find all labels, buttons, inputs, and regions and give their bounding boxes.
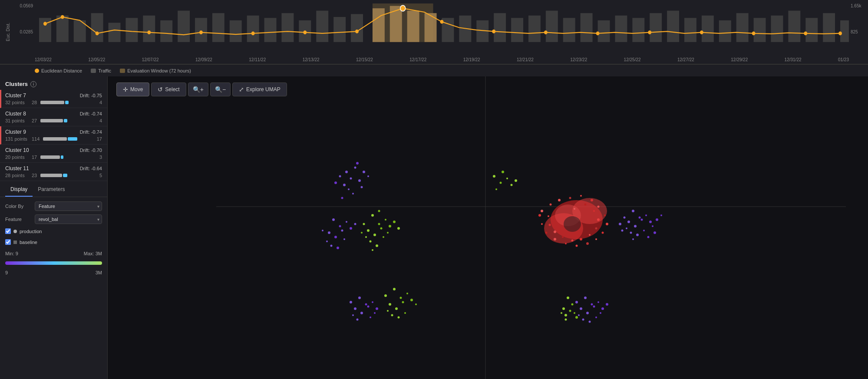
svg-point-61 [648,30,651,34]
select-button[interactable]: ↺ Select [151,82,186,96]
svg-point-132 [352,314,354,316]
cluster-item[interactable]: Cluster 7 Drift: -0.75 32 points 28 4 [0,90,107,108]
color-by-select-wrapper[interactable]: Feature Cluster Drift ▾ [35,201,102,211]
svg-point-134 [356,319,359,321]
svg-point-109 [372,249,373,251]
svg-point-190 [636,234,639,236]
svg-rect-40 [719,20,731,42]
svg-rect-24 [442,18,454,42]
svg-point-96 [378,223,380,225]
svg-point-70 [343,184,346,186]
svg-point-218 [564,314,567,316]
svg-point-94 [354,223,356,225]
range-values: 9 3M [5,270,102,275]
legend-traffic: Traffic [91,68,111,73]
svg-point-195 [647,236,650,238]
info-icon[interactable]: i [30,81,36,87]
purple-cluster-topleft [334,162,369,199]
svg-point-219 [569,310,571,312]
svg-point-221 [575,316,578,319]
svg-rect-41 [736,13,749,42]
scatter-plot [108,76,868,379]
svg-rect-10 [195,18,207,42]
production-bar [65,101,69,104]
yellow-dots-topright [493,171,517,190]
svg-rect-32 [581,13,593,42]
svg-point-123 [384,294,387,297]
svg-point-110 [378,210,380,212]
svg-point-50 [96,31,99,35]
svg-point-68 [345,171,348,173]
zoom-in-button[interactable]: 🔍+ [188,82,208,96]
purple-cluster-rightcenter [619,210,662,240]
svg-rect-11 [212,13,224,42]
tab-bar: Display Parameters [0,183,107,197]
svg-point-121 [391,314,393,316]
svg-point-49 [61,15,64,19]
svg-rect-44 [788,11,800,42]
cluster-item[interactable]: Cluster 10 Drift: -0.70 20 points 17 3 [0,145,107,163]
purple-cluster-bottomright [575,297,608,323]
svg-point-222 [565,319,567,321]
svg-point-151 [558,199,561,201]
cluster-item[interactable]: Cluster 11 Drift: -0.64 28 points 23 5 [0,163,107,181]
svg-rect-4 [91,13,103,42]
svg-point-93 [322,230,323,231]
svg-rect-2 [56,16,69,42]
svg-point-89 [350,227,352,230]
svg-point-143 [495,188,497,190]
svg-point-59 [544,30,548,34]
range-labels: Min: 9 Max: 3M [5,251,102,256]
svg-point-177 [554,231,556,233]
feature-select-wrapper[interactable]: revol_bal income age ▾ [35,214,102,224]
svg-point-64 [804,31,807,35]
y-axis-values: 0.0569 0.0285 [16,0,35,64]
select-icon: ↺ [158,86,163,93]
move-button[interactable]: ✛ Move [116,82,149,96]
svg-point-91 [343,238,345,240]
svg-rect-18 [333,17,346,42]
color-by-select[interactable]: Feature Cluster Drift [35,201,102,211]
svg-point-87 [341,230,343,232]
production-checkbox[interactable] [5,228,11,234]
svg-point-216 [562,307,565,310]
svg-point-80 [334,181,337,184]
svg-point-95 [371,214,374,217]
svg-point-111 [397,227,400,230]
explore-umap-button[interactable]: ⤢ Explore UMAP [232,82,287,96]
svg-rect-36 [650,13,662,42]
svg-point-180 [632,210,634,212]
svg-point-98 [385,219,386,221]
svg-rect-19 [351,14,363,42]
production-bar [68,137,77,141]
svg-point-99 [373,234,376,236]
svg-point-142 [511,184,513,186]
svg-point-184 [634,225,637,227]
svg-point-220 [561,312,562,314]
svg-point-194 [632,238,634,240]
svg-point-58 [492,30,495,33]
svg-point-124 [415,303,417,305]
umap-canvas-area: ✛ Move ↺ Select 🔍+ 🔍− ⤢ Explore UMAP [108,76,868,379]
production-dot [13,230,17,233]
baseline-checkbox[interactable] [5,239,11,245]
svg-point-188 [630,232,632,234]
tab-parameters[interactable]: Parameters [33,183,70,197]
svg-point-86 [334,236,337,238]
svg-rect-7 [143,16,155,42]
svg-point-136 [350,301,352,303]
svg-point-208 [582,319,584,321]
cluster-item[interactable]: Cluster 9 Drift: -0.74 131 points 114 17 [0,126,107,145]
svg-point-182 [627,221,630,223]
feature-select[interactable]: revol_bal income age [35,214,102,224]
svg-point-128 [354,307,356,310]
svg-rect-42 [754,18,766,42]
zoom-out-button[interactable]: 🔍− [210,82,231,96]
chart-legend: Euclidean Distance Traffic Evaluation Wi… [0,64,868,76]
svg-point-106 [387,232,389,234]
baseline-square [13,241,17,244]
svg-point-133 [376,307,378,310]
tab-display[interactable]: Display [5,183,33,197]
svg-point-214 [567,297,569,299]
cluster-item[interactable]: Cluster 8 Drift: -0.74 31 points 27 4 [0,108,107,126]
